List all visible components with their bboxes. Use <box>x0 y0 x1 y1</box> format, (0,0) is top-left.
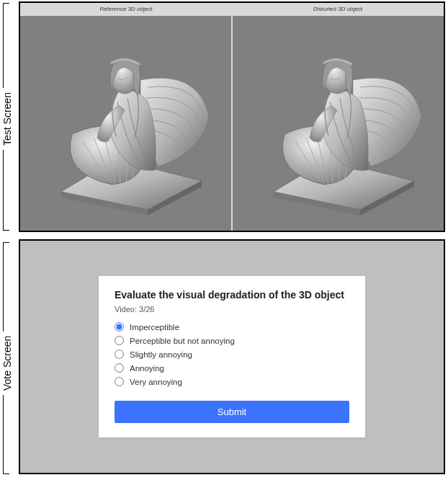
option-very-annoying[interactable]: Very annoying <box>115 377 349 386</box>
vote-progress: Video: 3/26 <box>115 305 349 314</box>
option-label: Slightly annoying <box>130 350 192 359</box>
right-header: Distorted 3D object <box>232 3 444 16</box>
option-label: Annoying <box>130 364 164 373</box>
submit-button[interactable]: Submit <box>115 401 349 423</box>
option-label: Imperceptible <box>130 323 179 332</box>
radio-imperceptible[interactable] <box>115 322 124 332</box>
radio-very-annoying[interactable] <box>115 377 124 386</box>
vote-title: Evaluate the visual degradation of the 3… <box>115 289 349 301</box>
radio-annoying[interactable] <box>115 363 124 373</box>
radio-slightly-annoying[interactable] <box>115 350 124 359</box>
test-screen-label: Test Screen <box>1 88 13 150</box>
reference-viewer[interactable] <box>20 16 231 231</box>
header-strip: Reference 3D object Distorted 3D object <box>20 3 444 16</box>
statue-icon <box>245 30 432 217</box>
vote-card: Evaluate the visual degradation of the 3… <box>99 276 365 437</box>
statue-icon <box>32 30 220 217</box>
option-imperceptible[interactable]: Imperceptible <box>115 322 349 332</box>
option-label: Perceptible but not annoying <box>130 337 235 345</box>
option-label: Very annoying <box>130 378 182 386</box>
option-slightly-annoying[interactable]: Slightly annoying <box>115 350 349 359</box>
option-perceptible-not-annoying[interactable]: Perceptible but not annoying <box>115 336 349 345</box>
test-panel: Reference 3D object Distorted 3D object <box>19 1 445 232</box>
left-header: Reference 3D object <box>20 3 232 16</box>
option-annoying[interactable]: Annoying <box>115 363 349 373</box>
vote-screen-label: Vote Screen <box>1 332 13 395</box>
vote-panel: Evaluate the visual degradation of the 3… <box>19 239 445 474</box>
radio-perceptible-not-annoying[interactable] <box>115 336 124 345</box>
distorted-viewer[interactable] <box>231 16 444 231</box>
viewer-row <box>20 16 444 231</box>
